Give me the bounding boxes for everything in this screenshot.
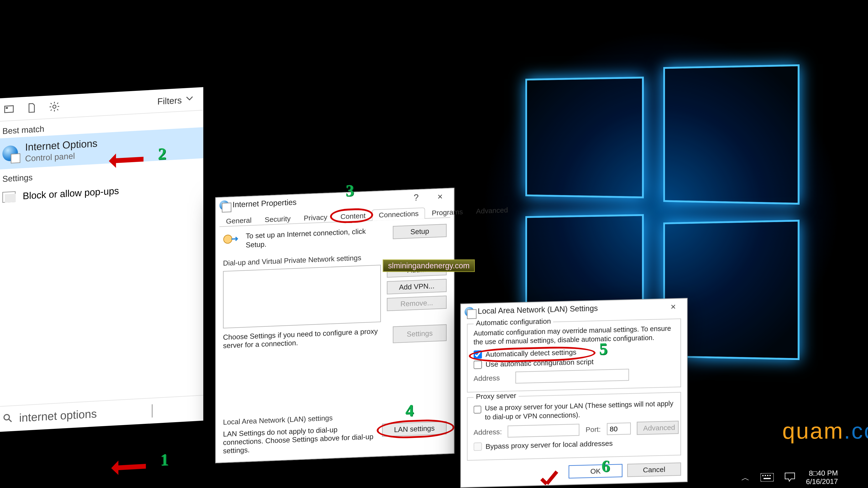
system-tray: ︿ 8□40 PM 6/16/2017 xyxy=(741,469,838,487)
proxy-port-label: Port: xyxy=(586,425,601,434)
lan-settings-button[interactable]: LAN settings xyxy=(382,421,447,437)
tab-content[interactable]: Content xyxy=(334,209,372,222)
search-icon xyxy=(2,412,13,425)
tab-advanced[interactable]: Advanced xyxy=(470,204,515,217)
dialup-listbox[interactable] xyxy=(223,265,381,328)
svg-point-11 xyxy=(4,414,9,420)
overlay-site-label: slminingandenergy.com xyxy=(383,260,475,272)
keyboard-icon[interactable] xyxy=(761,473,774,483)
dialog-title: Internet Properties xyxy=(232,197,297,209)
svg-line-9 xyxy=(51,109,52,111)
filters-dropdown[interactable]: Filters xyxy=(157,94,193,106)
internet-properties-dialog: Internet Properties ? × General Security… xyxy=(215,188,454,463)
settings-button[interactable]: Settings xyxy=(393,324,447,343)
lan-settings-dialog: Local Area Network (LAN) Settings × Auto… xyxy=(461,298,688,488)
popups-icon xyxy=(2,191,16,203)
taskbar-clock[interactable]: 8□40 PM 6/16/2017 xyxy=(806,469,838,486)
connection-wizard-icon xyxy=(223,232,240,248)
tab-programs[interactable]: Programs xyxy=(425,205,469,219)
search-input[interactable] xyxy=(19,404,151,425)
svg-rect-17 xyxy=(767,475,768,476)
help-button[interactable]: ? xyxy=(406,192,426,203)
tray-overflow-icon[interactable]: ︿ xyxy=(741,473,750,484)
script-address-label: Address xyxy=(474,373,509,383)
proxy-advanced-button[interactable]: Advanced xyxy=(637,421,678,435)
script-address-input[interactable] xyxy=(515,369,629,384)
svg-rect-0 xyxy=(5,106,13,112)
proxy-address-label: Address: xyxy=(474,427,502,436)
watermark-text: quam.cc xyxy=(782,418,868,444)
svg-rect-15 xyxy=(762,475,764,476)
proxy-server-group: Proxy server Use a proxy server for your… xyxy=(467,392,681,461)
svg-point-2 xyxy=(53,105,56,108)
apps-view-icon[interactable] xyxy=(4,103,14,115)
chevron-down-icon xyxy=(185,94,194,105)
remove-button[interactable]: Remove... xyxy=(387,295,447,311)
setup-description: To set up an Internet connection, click … xyxy=(246,226,387,250)
dialog-icon xyxy=(465,306,474,316)
svg-rect-1 xyxy=(6,107,8,109)
svg-line-7 xyxy=(51,103,52,104)
setup-button[interactable]: Setup xyxy=(393,224,447,239)
bypass-local-checkbox[interactable]: Bypass proxy server for local addresses xyxy=(474,437,675,451)
add-vpn-button[interactable]: Add VPN... xyxy=(387,279,447,294)
proxy-address-input[interactable] xyxy=(508,424,580,437)
ok-button[interactable]: OK xyxy=(568,464,622,479)
tab-general[interactable]: General xyxy=(219,214,258,227)
close-button[interactable]: × xyxy=(430,191,450,202)
document-icon[interactable] xyxy=(26,102,37,114)
svg-point-13 xyxy=(223,235,232,243)
svg-line-12 xyxy=(9,419,11,422)
close-button[interactable]: × xyxy=(663,301,683,312)
annotation-checkmark xyxy=(538,472,562,488)
lan-dialog-title: Local Area Network (LAN) Settings xyxy=(478,304,598,316)
svg-rect-19 xyxy=(764,478,771,479)
svg-rect-16 xyxy=(765,475,766,476)
auto-config-group: Automatic configuration Automatic config… xyxy=(467,318,681,392)
svg-rect-18 xyxy=(770,475,771,476)
action-center-icon[interactable] xyxy=(784,472,795,484)
use-proxy-checkbox[interactable]: Use a proxy server for your LAN (These s… xyxy=(474,399,675,422)
cancel-button[interactable]: Cancel xyxy=(627,462,681,477)
tab-connections[interactable]: Connections xyxy=(372,207,425,221)
svg-rect-14 xyxy=(761,473,774,482)
svg-line-8 xyxy=(57,109,58,110)
proxy-port-input[interactable] xyxy=(607,422,630,435)
tab-security[interactable]: Security xyxy=(258,213,297,225)
internet-options-icon xyxy=(2,145,18,161)
dialog-icon xyxy=(219,200,229,210)
svg-line-10 xyxy=(57,103,58,104)
tab-privacy[interactable]: Privacy xyxy=(297,211,334,224)
lan-desc: LAN Settings do not apply to dial-up con… xyxy=(223,424,376,455)
gear-icon[interactable] xyxy=(49,101,60,112)
auto-config-note: Automatic configuration may override man… xyxy=(474,324,675,347)
start-search-panel: Filters Best match Internet Options Cont… xyxy=(0,87,203,432)
